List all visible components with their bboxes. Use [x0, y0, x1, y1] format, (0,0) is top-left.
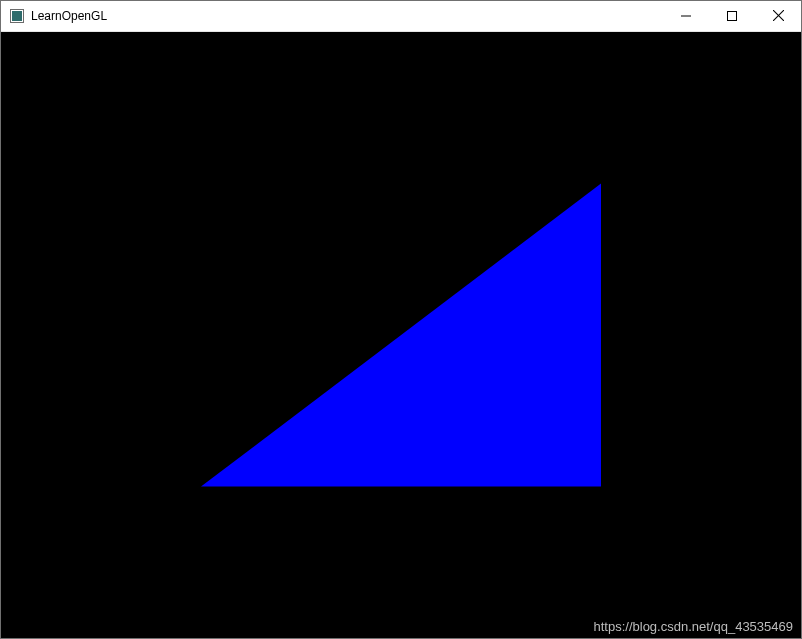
- titlebar[interactable]: LearnOpenGL: [1, 1, 801, 32]
- app-icon: [9, 8, 25, 24]
- gl-client-area: [1, 32, 801, 638]
- svg-rect-1: [12, 11, 22, 21]
- maximize-icon: [727, 7, 737, 25]
- gl-canvas: [1, 32, 801, 638]
- svg-rect-3: [728, 12, 737, 21]
- maximize-button[interactable]: [709, 1, 755, 31]
- window-title: LearnOpenGL: [31, 9, 663, 23]
- window-controls: [663, 1, 801, 31]
- window-frame: LearnOpenGL: [0, 0, 802, 639]
- minimize-button[interactable]: [663, 1, 709, 31]
- close-icon: [773, 7, 784, 25]
- close-button[interactable]: [755, 1, 801, 31]
- minimize-icon: [681, 7, 691, 25]
- gl-clear-rect: [1, 32, 801, 638]
